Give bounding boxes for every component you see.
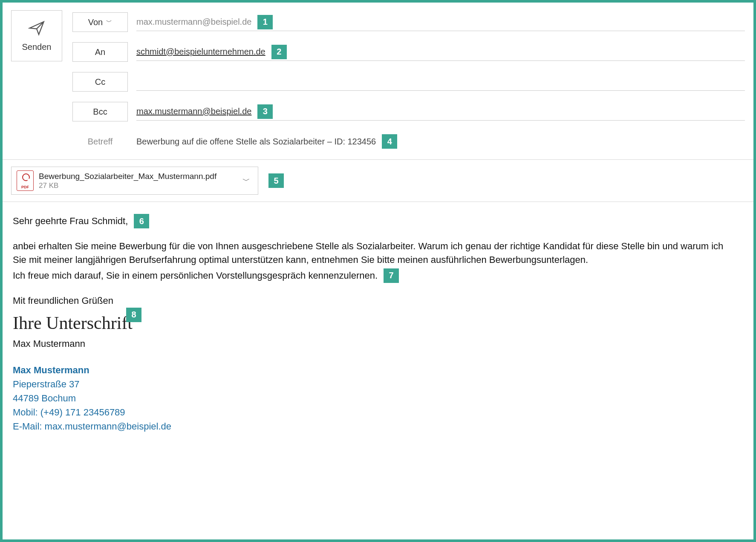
subject-value[interactable]: Bewerbung auf die offene Stelle als Sozi… — [136, 133, 745, 150]
from-row: Von ﹀ max.mustermann@beispiel.de 1 — [72, 10, 745, 34]
send-icon — [28, 20, 45, 39]
callout-1: 1 — [257, 15, 273, 29]
attachment-meta: Bewerbung_Sozialarbeiter_Max_Mustermann.… — [39, 171, 235, 190]
callout-4: 4 — [382, 134, 397, 149]
from-text: max.mustermann@beispiel.de — [136, 17, 251, 27]
cc-button[interactable]: Cc — [72, 72, 128, 92]
signature-handwritten: Ihre Unterschrift — [13, 310, 743, 336]
email-compose-window: Senden Von ﹀ max.mustermann@beispiel.de … — [0, 0, 756, 542]
cc-row: Cc — [72, 70, 745, 94]
callout-5: 5 — [268, 173, 284, 188]
cc-label: Cc — [95, 77, 105, 87]
from-label: Von — [88, 17, 103, 27]
bcc-row: Bcc max.mustermann@beispiel.de 3 — [72, 100, 745, 124]
attachment-size: 27 KB — [39, 181, 235, 190]
bcc-label: Bcc — [93, 107, 107, 117]
attachment-item[interactable]: PDF Bewerbung_Sozialarbeiter_Max_Musterm… — [11, 167, 258, 195]
bcc-value[interactable]: max.mustermann@beispiel.de 3 — [136, 103, 745, 121]
to-button[interactable]: An — [72, 42, 128, 62]
to-label: An — [95, 47, 105, 57]
callout-3: 3 — [257, 104, 273, 119]
sig-street: Pieperstraße 37 — [13, 377, 743, 391]
from-value[interactable]: max.mustermann@beispiel.de 1 — [136, 13, 745, 31]
to-value[interactable]: schmidt@beispielunternehmen.de 2 — [136, 43, 745, 61]
pdf-icon: PDF — [17, 170, 34, 191]
callout-7: 7 — [384, 268, 399, 283]
subject-label: Betreff — [72, 137, 128, 147]
chevron-down-icon[interactable]: ﹀ — [240, 176, 253, 186]
header-fields: Senden Von ﹀ max.mustermann@beispiel.de … — [3, 3, 753, 159]
attachment-bar: PDF Bewerbung_Sozialarbeiter_Max_Musterm… — [3, 159, 753, 202]
to-text: schmidt@beispielunternehmen.de — [136, 47, 265, 57]
sig-city: 44789 Bochum — [13, 391, 743, 405]
cc-value[interactable] — [136, 73, 745, 91]
message-body[interactable]: Sehr geehrte Frau Schmidt, 6 anbei erhal… — [3, 202, 753, 444]
callout-6: 6 — [134, 214, 149, 228]
sig-email: E-Mail: max.mustermann@beispiel.de — [13, 419, 743, 433]
salutation: Sehr geehrte Frau Schmidt, — [13, 214, 128, 228]
bcc-text: max.mustermann@beispiel.de — [136, 107, 251, 116]
subject-text: Bewerbung auf die offene Stelle als Sozi… — [136, 137, 376, 147]
send-button[interactable]: Senden — [11, 10, 62, 61]
sender-name: Max Mustermann — [13, 337, 743, 351]
body-paragraph-2: Ich freue mich darauf, Sie in einem pers… — [13, 269, 378, 283]
attachment-name: Bewerbung_Sozialarbeiter_Max_Mustermann.… — [39, 171, 235, 182]
callout-2: 2 — [271, 45, 287, 59]
to-row: An schmidt@beispielunternehmen.de 2 — [72, 40, 745, 64]
sig-name: Max Mustermann — [13, 363, 743, 377]
closing: Mit freundlichen Grüßen — [13, 294, 743, 308]
from-selector[interactable]: Von ﹀ — [72, 12, 128, 32]
subject-row: Betreff Bewerbung auf die offene Stelle … — [72, 130, 745, 153]
body-paragraph-1: anbei erhalten Sie meine Bewerbung für d… — [13, 239, 729, 267]
bcc-button[interactable]: Bcc — [72, 102, 128, 121]
signature-block: Max Mustermann Pieperstraße 37 44789 Boc… — [13, 363, 743, 433]
callout-8: 8 — [126, 308, 141, 322]
sig-mobile: Mobil: (+49) 171 23456789 — [13, 405, 743, 419]
send-label: Senden — [22, 42, 52, 52]
chevron-down-icon: ﹀ — [106, 18, 112, 26]
